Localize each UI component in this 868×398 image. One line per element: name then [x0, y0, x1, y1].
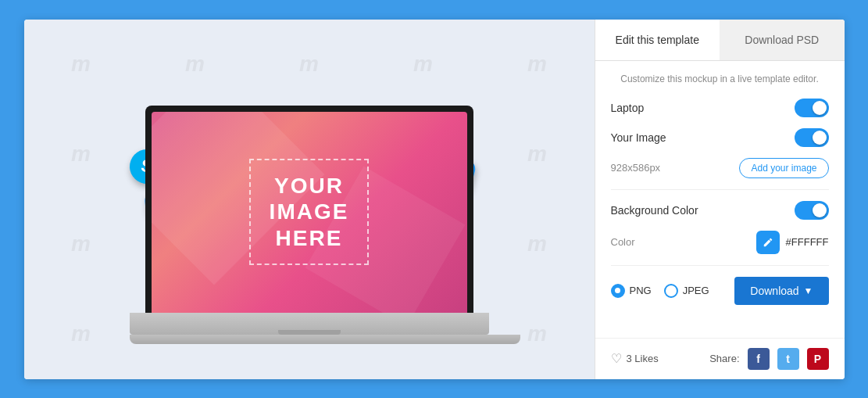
footer-row: ♡ 3 Likes Share: f t P — [595, 338, 845, 379]
screen-text-line1: YOUR — [270, 173, 349, 199]
divider-2 — [611, 265, 829, 266]
png-radio-circle — [611, 284, 625, 298]
download-btn-label: Download — [750, 285, 798, 297]
bg-color-label: Background Color — [611, 204, 698, 217]
your-image-label: Your Image — [611, 131, 666, 144]
laptop-toggle[interactable] — [795, 99, 829, 117]
laptop-screen-outer: YOUR IMAGE HERE — [145, 106, 473, 313]
share-label: Share: — [709, 353, 739, 364]
screen-text-line3: HERE — [270, 225, 349, 252]
png-label: PNG — [630, 285, 652, 296]
facebook-share-button[interactable]: f — [748, 348, 770, 370]
heart-icon: ♡ — [611, 351, 622, 366]
laptop-label: Laptop — [611, 102, 645, 114]
laptop-keyboard — [130, 313, 489, 335]
laptop-body: YOUR IMAGE HERE — [130, 106, 489, 332]
laptop-scene: S t in f YouTube d — [83, 51, 536, 348]
jpeg-label: JPEG — [683, 285, 709, 296]
color-label: Color — [611, 236, 635, 248]
png-radio[interactable]: PNG — [611, 284, 652, 298]
jpeg-radio-circle — [664, 284, 678, 298]
edit-template-tab[interactable]: Edit this template — [595, 20, 720, 60]
preview-area: m m m m m m m m m m m m m m m m m m m m … — [24, 20, 595, 379]
screen-text-line2: IMAGE — [270, 199, 349, 225]
download-options-row: PNG JPEG Download ▼ — [611, 277, 829, 305]
color-row: Color #FFFFFF — [611, 231, 829, 254]
your-image-toggle[interactable] — [795, 128, 829, 147]
likes-count: 3 Likes — [627, 353, 659, 364]
bg-color-toggle[interactable] — [795, 201, 829, 220]
download-arrow-icon: ▼ — [804, 285, 813, 296]
your-image-toggle-row: Your Image — [611, 128, 829, 147]
image-sub-row: 928x586px Add your image — [611, 158, 829, 178]
image-dimensions: 928x586px — [611, 162, 661, 174]
tabs-row: Edit this template Download PSD — [595, 20, 845, 61]
share-row: Share: f t P — [709, 348, 828, 370]
add-image-button[interactable]: Add your image — [739, 158, 828, 178]
download-button[interactable]: Download ▼ — [734, 277, 828, 305]
main-container: m m m m m m m m m m m m m m m m m m m m … — [24, 20, 845, 379]
color-swatch[interactable] — [756, 231, 780, 254]
panel-subtitle: Customize this mockup in a live template… — [611, 74, 829, 84]
panel-body: Customize this mockup in a live template… — [595, 61, 845, 338]
laptop-screen: YOUR IMAGE HERE — [152, 112, 467, 313]
divider-1 — [611, 189, 829, 190]
download-psd-tab[interactable]: Download PSD — [720, 20, 845, 60]
jpeg-radio[interactable]: JPEG — [664, 284, 709, 298]
color-value: #FFFFFF — [786, 236, 829, 248]
laptop-toggle-row: Laptop — [611, 99, 829, 117]
pinterest-share-button[interactable]: P — [807, 348, 829, 370]
right-panel: Edit this template Download PSD Customiz… — [595, 20, 845, 379]
twitter-share-button[interactable]: t — [777, 348, 799, 370]
likes-section[interactable]: ♡ 3 Likes — [611, 351, 659, 366]
screen-text-box: YOUR IMAGE HERE — [249, 159, 370, 266]
bg-color-toggle-row: Background Color — [611, 201, 829, 220]
laptop-base — [130, 335, 520, 344]
